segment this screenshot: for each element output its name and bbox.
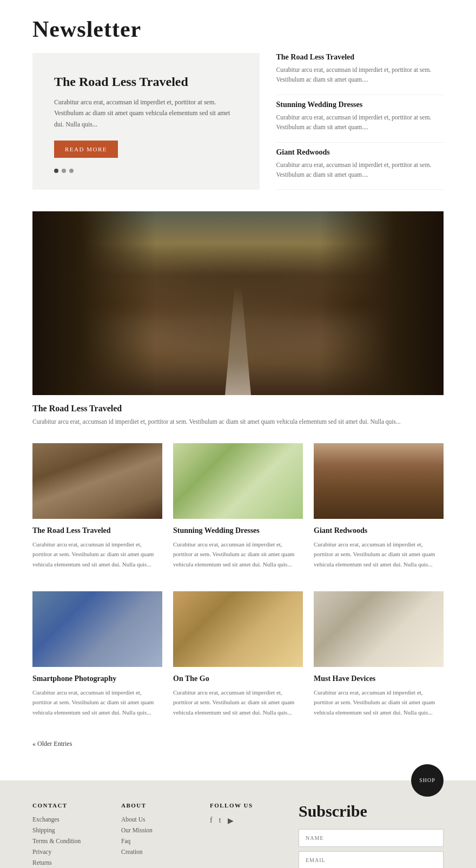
page-title: Newsletter bbox=[32, 16, 444, 42]
card-image-smartphone bbox=[32, 591, 162, 667]
subscribe-email-input[interactable] bbox=[299, 851, 444, 868]
footer-about: ABOUT About Us Our Mission Faq Creation bbox=[121, 802, 194, 859]
subscribe-name-input[interactable] bbox=[299, 829, 444, 847]
footer-link-privacy[interactable]: Privacy bbox=[32, 849, 105, 855]
hero-tree-left bbox=[32, 211, 156, 395]
card-image-notebook bbox=[173, 591, 303, 667]
top-section: The Road Less Traveled Curabitur arcu er… bbox=[0, 53, 476, 206]
sidebar-article-text-3: Curabitur arcu erat, accumsan id imperdi… bbox=[276, 160, 444, 180]
card-devices: Must Have Devices Curabitur arcu erat, a… bbox=[314, 591, 444, 718]
hero-tree-right bbox=[320, 211, 444, 395]
card-text-smartphone: Curabitur arcu erat, accumsan id imperdi… bbox=[32, 687, 162, 718]
sidebar-article-text-2: Curabitur arcu erat, accumsan id imperdi… bbox=[276, 112, 444, 132]
twitter-icon[interactable]: t bbox=[219, 816, 221, 825]
card-text-redwood: Curabitur arcu erat, accumsan id imperdi… bbox=[314, 539, 444, 570]
cards-row-2: Smartphone Photography Curabitur arcu er… bbox=[0, 586, 476, 734]
card-image-wedding bbox=[173, 443, 303, 519]
featured-card-text: Curabitur arcu erat, accumsan id imperdi… bbox=[54, 97, 238, 130]
subscribe-title: Subscribe bbox=[299, 802, 444, 820]
footer-link-creation[interactable]: Creation bbox=[121, 849, 194, 855]
sidebar-article-title-2[interactable]: Stunning Wedding Dresses bbox=[276, 101, 444, 109]
footer-about-title: ABOUT bbox=[121, 802, 194, 809]
card-image-laptop bbox=[314, 591, 444, 667]
sidebar-article-1: The Road Less Traveled Curabitur arcu er… bbox=[276, 53, 444, 95]
featured-card: The Road Less Traveled Curabitur arcu er… bbox=[32, 53, 260, 190]
card-redwood: Giant Redwoods Curabitur arcu erat, accu… bbox=[314, 443, 444, 570]
footer-link-faq[interactable]: Faq bbox=[121, 838, 194, 844]
featured-card-title: The Road Less Traveled bbox=[54, 75, 238, 89]
card-wedding: Stunning Wedding Dresses Curabitur arcu … bbox=[173, 443, 303, 570]
card-text-road: Curabitur arcu erat, accumsan id imperdi… bbox=[32, 539, 162, 570]
dot-2[interactable] bbox=[62, 169, 66, 173]
footer-contact-title: CONTACT bbox=[32, 802, 105, 809]
footer-link-shipping[interactable]: Shipping bbox=[32, 827, 105, 833]
footer-link-mission[interactable]: Our Mission bbox=[121, 827, 194, 833]
sidebar-article-text-1: Curabitur arcu erat, accumsan id imperdi… bbox=[276, 65, 444, 85]
hero-caption-title[interactable]: The Road Less Traveled bbox=[32, 404, 444, 413]
hero-caption-text: Curabitur arcu erat, accumsan id imperdi… bbox=[32, 417, 444, 426]
card-title-devices[interactable]: Must Have Devices bbox=[314, 675, 444, 683]
card-image-redwood bbox=[314, 443, 444, 519]
card-on-the-go: On The Go Curabitur arcu erat, accumsan … bbox=[173, 591, 303, 718]
cards-row-1: The Road Less Traveled Curabitur arcu er… bbox=[0, 438, 476, 586]
card-text-on-the-go: Curabitur arcu erat, accumsan id imperdi… bbox=[173, 687, 303, 718]
footer-follow: FOLLOW US f t ▶ bbox=[210, 802, 282, 825]
card-text-wedding: Curabitur arcu erat, accumsan id imperdi… bbox=[173, 539, 303, 570]
shop-button[interactable]: SHOP bbox=[411, 764, 444, 797]
footer-contact: CONTACT Exchanges Shipping Terms & Condi… bbox=[32, 802, 105, 868]
footer-top: CONTACT Exchanges Shipping Terms & Condi… bbox=[32, 802, 444, 868]
sidebar-article-3: Giant Redwoods Curabitur arcu erat, accu… bbox=[276, 143, 444, 190]
sidebar-article-title-1[interactable]: The Road Less Traveled bbox=[276, 53, 444, 62]
footer-link-returns[interactable]: Returns bbox=[32, 859, 105, 866]
older-entries-link[interactable]: « Older Entries bbox=[32, 740, 72, 747]
sidebar-article-title-3[interactable]: Giant Redwoods bbox=[276, 148, 444, 157]
card-image-road bbox=[32, 443, 162, 519]
page-header: Newsletter bbox=[0, 0, 476, 53]
footer-link-about-us[interactable]: About Us bbox=[121, 816, 194, 823]
social-icons: f t ▶ bbox=[210, 816, 282, 825]
card-title-road[interactable]: The Road Less Traveled bbox=[32, 526, 162, 535]
facebook-icon[interactable]: f bbox=[210, 816, 213, 825]
hero-image-inner bbox=[32, 211, 444, 395]
hero-caption: The Road Less Traveled Curabitur arcu er… bbox=[0, 404, 476, 437]
footer-follow-title: FOLLOW US bbox=[210, 802, 282, 809]
sidebar-articles: The Road Less Traveled Curabitur arcu er… bbox=[276, 53, 444, 190]
read-more-button[interactable]: READ MORE bbox=[54, 141, 118, 158]
dot-3[interactable] bbox=[69, 169, 74, 173]
card-smartphone: Smartphone Photography Curabitur arcu er… bbox=[32, 591, 162, 718]
card-text-devices: Curabitur arcu erat, accumsan id imperdi… bbox=[314, 687, 444, 718]
footer-link-exchanges[interactable]: Exchanges bbox=[32, 816, 105, 823]
card-title-on-the-go[interactable]: On The Go bbox=[173, 675, 303, 683]
older-entries: « Older Entries bbox=[0, 734, 476, 764]
footer-link-terms[interactable]: Terms & Condition bbox=[32, 838, 105, 844]
subscribe-section: Subscribe SUBSCRIBE bbox=[299, 802, 444, 868]
carousel-dots bbox=[54, 169, 238, 173]
shop-button-wrapper: SHOP bbox=[0, 764, 476, 797]
card-title-smartphone[interactable]: Smartphone Photography bbox=[32, 675, 162, 683]
card-title-wedding[interactable]: Stunning Wedding Dresses bbox=[173, 526, 303, 535]
sidebar-article-2: Stunning Wedding Dresses Curabitur arcu … bbox=[276, 95, 444, 143]
dot-1[interactable] bbox=[54, 169, 58, 173]
card-title-redwood[interactable]: Giant Redwoods bbox=[314, 526, 444, 535]
youtube-icon[interactable]: ▶ bbox=[228, 816, 234, 825]
card-road: The Road Less Traveled Curabitur arcu er… bbox=[32, 443, 162, 570]
hero-image bbox=[32, 211, 444, 395]
